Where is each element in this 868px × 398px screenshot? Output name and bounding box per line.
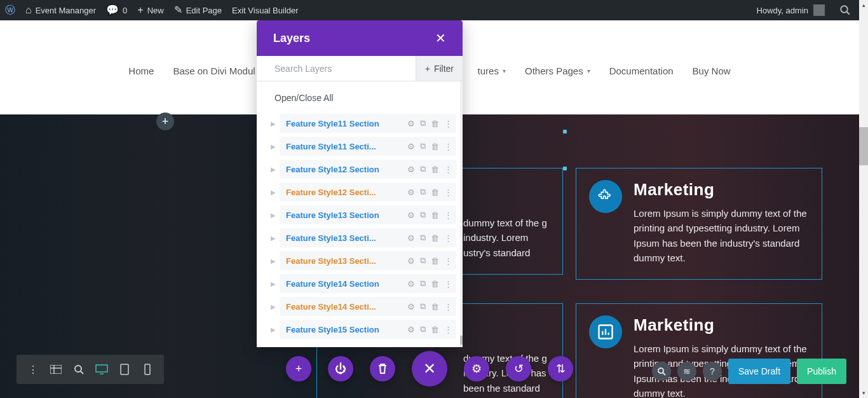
trash-button[interactable]	[370, 356, 395, 381]
layer-item[interactable]: Feature Style14 Section⚙⧉🗑⋮	[280, 274, 456, 293]
layer-item[interactable]: Feature Style12 Section⚙⧉🗑⋮	[280, 160, 456, 179]
sort-button[interactable]: ⇅	[548, 356, 573, 381]
site-name-link[interactable]: ⌂Event Mananger	[20, 0, 101, 20]
handle-dot[interactable]	[563, 167, 567, 170]
dots-vertical-icon[interactable]: ⋮	[444, 325, 452, 334]
scrollbar-thumb[interactable]	[859, 127, 868, 165]
nav-features[interactable]: tures▾	[478, 65, 506, 76]
duplicate-icon[interactable]: ⧉	[420, 324, 426, 334]
dots-vertical-icon[interactable]: ⋮	[444, 210, 452, 220]
edit-page-link[interactable]: ✎Edit Page	[169, 0, 227, 20]
history-button[interactable]: ↺	[506, 356, 531, 381]
expand-caret[interactable]: ▶	[271, 143, 276, 150]
layer-name[interactable]: Feature Style13 Secti...	[286, 256, 407, 266]
close-button[interactable]: ✕	[435, 31, 446, 46]
expand-caret[interactable]: ▶	[271, 212, 276, 219]
gear-icon[interactable]: ⚙	[407, 119, 415, 128]
layers-mini-button[interactable]: ≋	[677, 362, 696, 381]
expand-caret[interactable]: ▶	[271, 166, 276, 173]
layer-item[interactable]: Feature Style13 Secti...⚙⧉🗑⋮	[280, 251, 456, 270]
layer-name[interactable]: Feature Style15 Section	[286, 325, 407, 334]
trash-icon[interactable]: 🗑	[431, 233, 439, 243]
trash-icon[interactable]: 🗑	[431, 188, 439, 197]
publish-button[interactable]: Publish	[797, 359, 846, 384]
gear-icon[interactable]: ⚙	[407, 210, 415, 220]
nav-buy-now[interactable]: Buy Now	[693, 65, 731, 76]
layer-name[interactable]: Feature Style12 Section	[286, 165, 407, 174]
wp-logo[interactable]: ⓦ	[0, 0, 20, 20]
trash-icon[interactable]: 🗑	[431, 119, 439, 128]
howdy-link[interactable]: Howdy, admin	[752, 0, 830, 20]
page-scrollbar[interactable]: ▴ ▾	[859, 0, 868, 398]
layer-name[interactable]: Feature Style11 Section	[286, 119, 407, 128]
gear-icon[interactable]: ⚙	[407, 165, 415, 174]
dots-vertical-icon[interactable]: ⋮	[444, 119, 452, 128]
duplicate-icon[interactable]: ⧉	[420, 141, 426, 151]
nav-others-pages[interactable]: Others Pages▾	[525, 65, 590, 76]
gear-icon[interactable]: ⚙	[407, 233, 415, 243]
layer-name[interactable]: Feature Style14 Secti...	[286, 302, 407, 312]
feature-card[interactable]: Marketing Lorem Ipsum is simply dummy te…	[576, 168, 822, 280]
admin-search-button[interactable]	[836, 1, 854, 19]
panel-scrollbar[interactable]	[460, 81, 463, 347]
new-link[interactable]: +New	[132, 0, 168, 20]
layer-name[interactable]: Feature Style13 Secti...	[286, 233, 407, 243]
handle-dot[interactable]	[563, 130, 567, 134]
duplicate-icon[interactable]: ⧉	[420, 233, 426, 243]
duplicate-icon[interactable]: ⧉	[420, 187, 426, 197]
tablet-view-button[interactable]	[113, 355, 136, 384]
layer-item[interactable]: Feature Style14 Secti...⚙⧉🗑⋮	[280, 297, 456, 316]
duplicate-icon[interactable]: ⧉	[420, 164, 426, 174]
trash-icon[interactable]: 🗑	[431, 142, 439, 151]
expand-caret[interactable]: ▶	[271, 257, 276, 264]
add-section-button[interactable]: +	[156, 113, 174, 130]
expand-caret[interactable]: ▶	[271, 120, 276, 127]
scroll-down[interactable]: ▾	[859, 388, 868, 398]
menu-dots-button[interactable]: ⋮	[22, 355, 44, 384]
dots-vertical-icon[interactable]: ⋮	[444, 233, 452, 243]
phone-view-button[interactable]	[136, 355, 159, 384]
layer-item[interactable]: Feature Style11 Secti...⚙⧉🗑⋮	[280, 137, 456, 156]
nav-home[interactable]: Home	[128, 65, 154, 76]
dots-vertical-icon[interactable]: ⋮	[444, 256, 452, 266]
layer-item[interactable]: Feature Style12 Secti...⚙⧉🗑⋮	[280, 182, 456, 202]
gear-icon[interactable]: ⚙	[407, 325, 415, 334]
layer-name[interactable]: Feature Style11 Secti...	[286, 142, 407, 151]
add-button[interactable]: +	[286, 356, 311, 381]
filter-button[interactable]: + Filter	[416, 56, 463, 81]
duplicate-icon[interactable]: ⧉	[420, 210, 426, 220]
trash-icon[interactable]: 🗑	[431, 165, 439, 174]
expand-caret[interactable]: ▶	[271, 326, 276, 333]
search-mini-button[interactable]	[652, 362, 671, 381]
wireframe-button[interactable]	[44, 355, 67, 384]
layer-item[interactable]: Feature Style13 Secti...⚙⧉🗑⋮	[280, 228, 456, 247]
expand-caret[interactable]: ▶	[271, 189, 276, 196]
close-builder-button[interactable]: ✕	[412, 351, 447, 387]
layer-item[interactable]: Feature Style11 Section⚙⧉🗑⋮	[280, 114, 456, 133]
expand-caret[interactable]: ▶	[271, 303, 276, 310]
layer-name[interactable]: Feature Style13 Section	[286, 210, 407, 220]
trash-icon[interactable]: 🗑	[431, 325, 439, 334]
duplicate-icon[interactable]: ⧉	[420, 256, 426, 266]
settings-button[interactable]: ⚙	[464, 356, 489, 381]
layer-name[interactable]: Feature Style12 Secti...	[286, 188, 407, 197]
layers-header[interactable]: Layers ✕	[257, 20, 463, 56]
comments-link[interactable]: 💬0	[101, 0, 132, 20]
duplicate-icon[interactable]: ⧉	[420, 301, 426, 312]
scroll-up[interactable]: ▴	[859, 0, 868, 10]
power-button[interactable]: ⏻	[328, 356, 353, 381]
expand-caret[interactable]: ▶	[271, 235, 276, 242]
duplicate-icon[interactable]: ⧉	[420, 118, 426, 128]
zoom-button[interactable]	[67, 355, 90, 384]
layer-item[interactable]: Feature Style15 Section⚙⧉🗑⋮	[280, 320, 456, 339]
nav-base-divi[interactable]: Base on Divi Modul	[173, 65, 255, 76]
dots-vertical-icon[interactable]: ⋮	[444, 165, 452, 174]
gear-icon[interactable]: ⚙	[407, 256, 415, 266]
exit-builder-link[interactable]: Exit Visual Builder	[227, 0, 304, 20]
dots-vertical-icon[interactable]: ⋮	[444, 302, 452, 312]
dots-vertical-icon[interactable]: ⋮	[444, 142, 452, 151]
expand-caret[interactable]: ▶	[271, 280, 276, 287]
layer-name[interactable]: Feature Style14 Section	[286, 279, 407, 289]
gear-icon[interactable]: ⚙	[407, 188, 415, 197]
save-draft-button[interactable]: Save Draft	[728, 359, 790, 384]
